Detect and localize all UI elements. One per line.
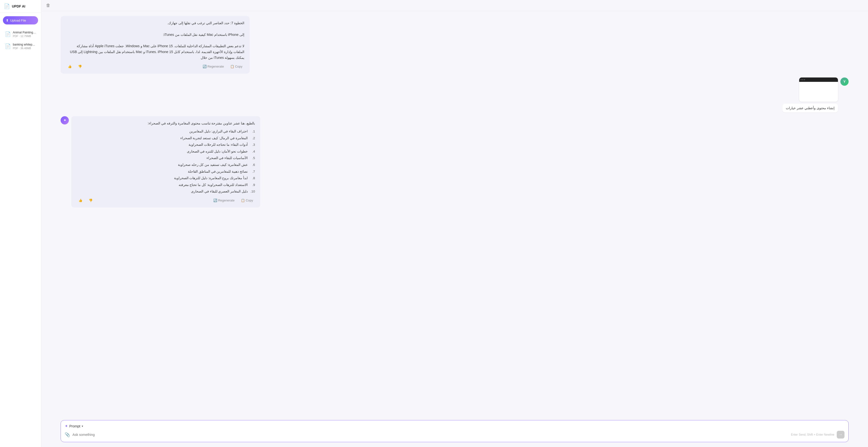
thumbs-down-icon-2: 👎 (89, 199, 93, 202)
copy-icon-2: 📋 (241, 199, 245, 202)
file-item[interactable]: 📄 Animal Painting Sk... PDF · 12.79MB (1, 28, 39, 40)
list-item: 3. أدوات البقاء: ما تحتاجه للرحلات الصحر… (76, 142, 255, 147)
thumbs-down-button[interactable]: 👎 (76, 64, 84, 69)
sidebar: 📄 UPDF AI ⬆ Upload File 📄 Animal Paintin… (0, 0, 41, 447)
trash-icon[interactable]: 🗑 (46, 3, 51, 8)
prompt-star-icon: ✦ (65, 424, 68, 428)
ai-list-intro: بالطيع، هنا عشر عناوين مقترحة تناسب محتو… (76, 121, 255, 126)
list-item: 1. احتراف البقاء في البراري: دليل المغام… (76, 129, 255, 134)
regenerate-icon: 🔄 (203, 65, 207, 68)
app-title: UPDF AI (12, 4, 25, 8)
list-item: 9. الاستعداد للنزهات الصحراوية: كل ما تح… (76, 182, 255, 188)
upload-file-label: Upload File (10, 19, 26, 22)
main-header: 🗑 (41, 0, 868, 11)
chat-area: الخطوة 7: حدد العناصر التي ترغب في نقلها… (41, 11, 868, 417)
copy-button-2[interactable]: 📋 Copy (239, 198, 255, 203)
ai-message-1-text: الخطوة 7: حدد العناصر التي ترغب في نقلها… (66, 20, 244, 61)
input-box: ✦ Prompt ▾ 📎 Enter Send; Shift + Enter N… (61, 420, 848, 442)
file-icon: 📄 (5, 43, 11, 49)
ai-message-1-actions: 👍 👎 🔄 Regenerate 📋 Copy (66, 64, 244, 69)
ai-message-1: الخطوة 7: حدد العناصر التي ترغب في نقلها… (61, 16, 250, 74)
ai-list-items: 1. احتراف البقاء في البراري: دليل المغام… (76, 129, 255, 194)
regenerate-icon-2: 🔄 (213, 199, 217, 202)
file-meta: PDF · 36.48MB (13, 47, 36, 49)
upload-file-button[interactable]: ⬆ Upload File (3, 16, 38, 25)
prompt-chevron-icon[interactable]: ▾ (82, 424, 83, 428)
thumbs-up-icon: 👍 (68, 65, 72, 68)
file-icon: 📄 (5, 31, 11, 37)
chat-input[interactable] (72, 433, 788, 437)
ai-message-2: بالطيع، هنا عشر عناوين مقترحة تناسب محتو… (71, 116, 260, 208)
list-item: 10. دليل المغامر العصري للبقاء في الصحار… (76, 189, 255, 194)
copy-button-1[interactable]: 📋 Copy (228, 64, 244, 69)
file-meta: PDF · 12.79MB (13, 35, 36, 38)
copy-icon: 📋 (230, 65, 234, 68)
input-top-row: ✦ Prompt ▾ (65, 424, 844, 428)
send-button[interactable]: → (837, 431, 844, 439)
main-content: 🗑 الخطوة 7: حدد العناصر التي ترغب في نقل… (41, 0, 868, 447)
list-item: 8. ابدأ مغامرتك بروح المغامرة: دليل للنز… (76, 176, 255, 181)
user-text-bubble: إنشاء محتوى وأعطني عشر خيارات (782, 104, 838, 112)
file-name: banking whitepap... (13, 43, 36, 46)
list-item: 5. الأساسيات للبقاء في الصحراء (76, 156, 255, 161)
user-message-row: عش المغامرة إنشاء محتوى وأعطني عشر خيارا… (61, 77, 848, 112)
sidebar-header: 📄 UPDF AI (0, 0, 41, 13)
input-bottom-row: 📎 Enter Send; Shift + Enter Newline → (65, 431, 844, 439)
upload-icon: ⬆ (6, 19, 9, 22)
ai-message-2-actions: 👍 👎 🔄 Regenerate 📋 Copy (76, 198, 255, 203)
ai-logo-icon: ✦ (63, 118, 66, 123)
input-area: ✦ Prompt ▾ 📎 Enter Send; Shift + Enter N… (41, 417, 868, 447)
ai-message-2-row: ✦ بالطيع، هنا عشر عناوين مقترحة تناسب مح… (61, 116, 848, 208)
file-name: Animal Painting Sk... (13, 31, 36, 34)
thumbs-up-icon-2: 👍 (79, 199, 83, 202)
regenerate-button-1[interactable]: 🔄 Regenerate (201, 64, 226, 69)
prompt-label: Prompt (69, 424, 80, 428)
list-item: 7. نصائح ذهبية للمغامرين في المناطق القا… (76, 169, 255, 174)
regenerate-button-2[interactable]: 🔄 Regenerate (211, 198, 237, 203)
thumbs-down-icon: 👎 (78, 65, 82, 68)
user-avatar: Y (840, 77, 848, 86)
user-image-attachment: عش المغامرة (799, 77, 838, 102)
send-icon: → (839, 433, 842, 437)
list-item: 4. خطوات نحو الأمان: دليل للتنزه في الصح… (76, 149, 255, 154)
file-item[interactable]: 📄 banking whitepap... PDF · 36.48MB (1, 40, 39, 52)
app-logo-icon: 📄 (4, 3, 10, 9)
user-message-content: عش المغامرة إنشاء محتوى وأعطني عشر خيارا… (782, 77, 838, 112)
list-item: 2. المغامرة في الرمال: كيف تستعد لتجربة … (76, 136, 255, 141)
list-item: 6. عش المغامرة: كيف تستفيد من كل رحله صح… (76, 162, 255, 168)
input-hint: Enter Send; Shift + Enter Newline (791, 433, 834, 436)
thumbs-down-button-2[interactable]: 👎 (87, 198, 95, 203)
file-list: 📄 Animal Painting Sk... PDF · 12.79MB 📄 … (0, 28, 41, 53)
attach-icon[interactable]: 📎 (65, 432, 70, 437)
ai-avatar: ✦ (61, 116, 69, 125)
thumbs-up-button[interactable]: 👍 (66, 64, 74, 69)
thumbs-up-button-2[interactable]: 👍 (76, 198, 84, 203)
